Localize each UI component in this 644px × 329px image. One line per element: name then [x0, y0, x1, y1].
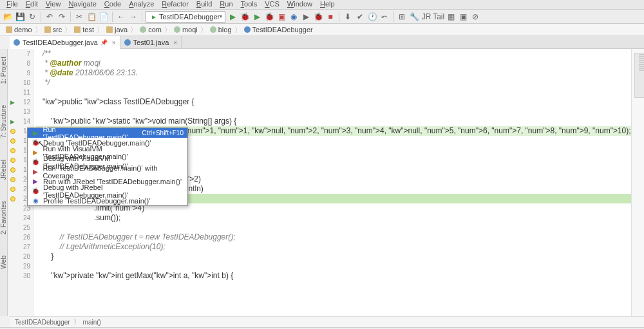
vcs-history-icon[interactable]: 🕐 [367, 12, 377, 22]
left-tab-Web[interactable]: Web [0, 253, 7, 271]
vcs-commit-icon[interactable]: ✔ [355, 12, 365, 22]
stop-icon[interactable]: ■ [325, 12, 336, 22]
menu-analyze[interactable]: Analyze [125, 0, 158, 9]
menubar: FileEditViewNavigateCodeAnalyzeRefactorB… [0, 0, 644, 10]
jrebel-debug-icon[interactable]: 🐞 [313, 12, 323, 22]
forward-icon[interactable]: → [128, 12, 138, 22]
menu-view[interactable]: View [42, 0, 65, 9]
breadcrumb: demo〉src〉test〉java〉com〉moqi〉blog〉TestIDE… [0, 24, 644, 36]
jrebel-run-icon[interactable]: ▶ [301, 12, 311, 22]
copy-icon[interactable]: 📋 [86, 12, 97, 22]
main-toolbar: 📂 💾 ↻ ↶ ↷ ✂ 📋 📄 ← → ▸ TestIDEADebugger ▾… [0, 10, 644, 24]
open-icon[interactable]: 📂 [3, 12, 13, 22]
run-config-selector[interactable]: ▸ TestIDEADebugger ▾ [146, 11, 225, 23]
left-tool-strip: 1: Project7: StructureJRebel2: Favorites… [0, 49, 8, 316]
left-tab-JRebel[interactable]: JRebel [0, 157, 7, 182]
menu-edit[interactable]: Edit [22, 0, 42, 9]
ctx-run[interactable]: ▶Run 'TestIDEADebugger.main()'Ctrl+Shift… [28, 128, 187, 138]
left-tab-2-Favorites[interactable]: 2: Favorites [0, 198, 7, 237]
breadcrumb-TestIDEADebugger[interactable]: TestIDEADebugger [242, 26, 315, 33]
cut-icon[interactable]: ✂ [74, 12, 84, 22]
ctx-debug[interactable]: 🐞Debug with JRebel 'TestIDEADebugger.mai… [28, 186, 187, 196]
menu-refactor[interactable]: Refactor [158, 0, 193, 9]
tool-icon[interactable]: 🔧 [409, 12, 419, 22]
minimap[interactable] [631, 49, 644, 316]
left-tab-1-Project[interactable]: 1: Project [0, 54, 7, 86]
misc2-icon[interactable]: ▣ [458, 12, 468, 22]
context-menu: ▶Run 'TestIDEADebugger.main()'Ctrl+Shift… [27, 127, 188, 206]
coverage-icon[interactable]: ▣ [276, 12, 287, 22]
editor-tabs: TestIDEADebugger.java📌×Test01.java× [10, 36, 644, 49]
vcs-update-icon[interactable]: ⬇ [343, 12, 353, 22]
back-icon[interactable]: ← [116, 12, 126, 22]
menu-code[interactable]: Code [100, 0, 125, 9]
menu-build[interactable]: Build [193, 0, 216, 9]
ctx-run[interactable]: ▶Run 'TestIDEADebugger.main()' with Cove… [28, 167, 187, 176]
debug2-icon[interactable]: 🐞 [264, 12, 274, 22]
breadcrumb-src[interactable]: src [43, 26, 64, 33]
breadcrumb-blog[interactable]: blog [208, 26, 234, 33]
run-button[interactable]: ▶ [227, 12, 238, 22]
tab-TestIDEADebugger.java[interactable]: TestIDEADebugger.java📌× [10, 36, 120, 49]
menu-help[interactable]: Help [316, 0, 339, 9]
debug-button[interactable]: 🐞 [240, 12, 250, 22]
breadcrumb-demo[interactable]: demo [4, 26, 34, 33]
breadcrumb-com[interactable]: com [138, 26, 164, 33]
menu-vcs[interactable]: VCS [261, 0, 283, 9]
menu-navigate[interactable]: Navigate [64, 0, 100, 9]
method-breadcrumb: TestIDEADebugger〉main() [10, 316, 644, 327]
vcs-revert-icon[interactable]: ⤺ [379, 12, 390, 22]
misc1-icon[interactable]: ▦ [446, 12, 456, 22]
menu-file[interactable]: File [3, 0, 22, 9]
redo-icon[interactable]: ↷ [57, 12, 67, 22]
breadcrumb-moqi[interactable]: moqi [172, 26, 200, 33]
paste-icon[interactable]: 📄 [99, 12, 109, 22]
run2-icon[interactable]: ▶ [252, 12, 262, 22]
profile-icon[interactable]: ◉ [289, 12, 299, 22]
undo-icon[interactable]: ↶ [44, 12, 55, 22]
structure-icon[interactable]: ⊞ [397, 12, 407, 22]
refresh-icon[interactable]: ↻ [27, 12, 37, 22]
jr-icon[interactable]: JR [421, 12, 431, 22]
breadcrumb-test[interactable]: test [72, 26, 96, 33]
menu-tools[interactable]: Tools [237, 0, 261, 9]
misc3-icon[interactable]: ⊘ [470, 12, 480, 22]
tab-Test01.java[interactable]: Test01.java× [120, 36, 182, 49]
menu-run[interactable]: Run [216, 0, 236, 9]
tail-icon[interactable]: Tail [433, 12, 444, 22]
left-tab-7-Structure[interactable]: 7: Structure [0, 102, 7, 141]
menu-window[interactable]: Window [283, 0, 316, 9]
breadcrumb-java[interactable]: java [104, 26, 129, 33]
save-icon[interactable]: 💾 [15, 12, 25, 22]
